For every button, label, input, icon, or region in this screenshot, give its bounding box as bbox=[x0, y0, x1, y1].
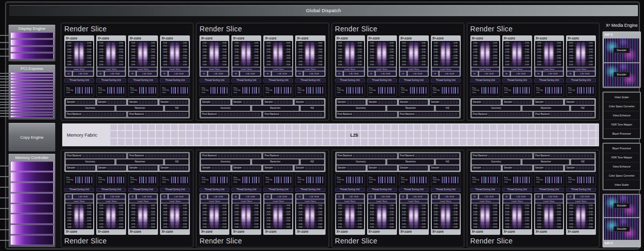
pixel-backend-unit: Pixel Backend bbox=[337, 112, 397, 117]
xmx-cell bbox=[215, 51, 218, 54]
xve-group: XVEXVEXVEXVE bbox=[433, 211, 459, 216]
xmx-cell bbox=[310, 223, 314, 226]
xve-label: XVE bbox=[98, 55, 107, 57]
xve-label: XVE bbox=[536, 42, 545, 45]
sampler-label: Sampler bbox=[160, 167, 169, 170]
xve-row: XVEXVE bbox=[369, 220, 395, 222]
xve-row: XVEXVE bbox=[337, 63, 363, 66]
xve-label: XVE bbox=[162, 51, 171, 54]
render-slice: Render SliceXᵉ-coreXVEXVEXVEXVEXVEXVEXVE… bbox=[196, 23, 329, 120]
xve-row: XVEXVE bbox=[265, 207, 291, 210]
instruction-cache: IS bbox=[471, 71, 478, 76]
xve-label: XVE bbox=[265, 211, 274, 213]
xmx-cell bbox=[247, 204, 250, 207]
xve-label: XVE bbox=[202, 57, 210, 60]
xve-label: XVE bbox=[115, 207, 124, 210]
xve-row: XVEXVE bbox=[265, 217, 291, 220]
xmx-cell bbox=[243, 57, 246, 60]
load-store-unit: Load / Store bbox=[567, 67, 595, 71]
xmx-cell bbox=[306, 51, 310, 54]
xve-group: XVEXVEXVEXVE bbox=[162, 48, 188, 53]
load-store-unit: Load / Store bbox=[264, 199, 292, 203]
thread-sorting-unit: Thread Sorting Unit bbox=[502, 78, 532, 82]
xve-row: XVEXVE bbox=[536, 207, 562, 210]
xve-label: XVE bbox=[297, 211, 306, 213]
xve-group: XVEXVEXVEXVE bbox=[369, 55, 395, 60]
sampler-cells bbox=[347, 166, 365, 170]
xve-label: XVE bbox=[147, 57, 156, 60]
xmx-cell bbox=[486, 214, 489, 216]
xmx-cell bbox=[350, 42, 354, 45]
xve-row: XVEXVE bbox=[297, 226, 323, 228]
xmx-cell bbox=[274, 211, 278, 213]
xve-label: XVE bbox=[585, 45, 594, 48]
xmx-cell bbox=[306, 61, 310, 63]
xmx-cell bbox=[171, 226, 175, 228]
ray-tracing-glyph bbox=[107, 177, 115, 183]
xmx-cell bbox=[382, 61, 386, 63]
xmx-cell bbox=[139, 217, 143, 220]
xe-core: Xᵉ-coreXVEXVEXVEXVEXVEXVEXVEXVEXVEXVEXVE… bbox=[96, 35, 126, 77]
xmx-cell bbox=[410, 217, 414, 220]
xve-label: XVE bbox=[179, 51, 188, 54]
xve-row: XVEXVE bbox=[568, 57, 594, 60]
xve-label: XVE bbox=[130, 61, 139, 63]
xmx-cell bbox=[581, 214, 585, 216]
xmx-cell bbox=[581, 226, 585, 228]
ray-tracing-unit-label: Ray Tracing Unit bbox=[162, 177, 169, 184]
sampler-cells bbox=[409, 101, 427, 104]
xve-group: XVEXVEXVEXVE bbox=[337, 223, 363, 228]
xve-row: XVEXVE bbox=[472, 51, 498, 54]
ray-tracing-unit-label: Ray Tracing Unit bbox=[202, 177, 209, 184]
xve-row: XVEXVE bbox=[202, 51, 227, 54]
xe-core-title: Xᵉ-core bbox=[368, 36, 396, 40]
thread-sorting-unit: Thread Sorting Unit bbox=[534, 188, 564, 192]
xmx-cell bbox=[481, 57, 485, 60]
encoder-block: Encoder bbox=[604, 63, 639, 87]
xmx-cell bbox=[79, 57, 83, 60]
xve-label: XVE bbox=[386, 61, 395, 63]
xve-row: XVEXVE bbox=[472, 211, 498, 213]
pixel-backend-unit: Pixel Backend bbox=[534, 112, 594, 117]
xve-label: XVE bbox=[202, 48, 210, 51]
xve-label: XVE bbox=[130, 51, 139, 54]
cache-row: ISL1$ / SLM bbox=[161, 71, 189, 76]
sampler-unit: Sampler bbox=[295, 100, 324, 105]
xve-label: XVE bbox=[490, 226, 498, 228]
xve-group: XVEXVEXVEXVE bbox=[162, 61, 188, 66]
xve-row: XVEXVE bbox=[472, 223, 498, 226]
xve-row: XVEXVE bbox=[369, 48, 395, 51]
xve-label: XVE bbox=[386, 63, 395, 66]
xve-row: XVEXVE bbox=[297, 51, 323, 54]
xve-row: XVEXVE bbox=[568, 211, 594, 213]
xmx-cell bbox=[549, 211, 553, 213]
xve-row: XVEXVE bbox=[202, 207, 227, 210]
pixel-backend-unit: Pixel Backend bbox=[66, 112, 126, 117]
xve-row: XVEXVE bbox=[472, 217, 498, 220]
xve-label: XVE bbox=[115, 204, 124, 207]
xve-label: XVE bbox=[337, 48, 346, 51]
ray-tracing-unit: Ray Tracing Unit bbox=[96, 84, 126, 97]
ray-tracing-glyph bbox=[586, 87, 594, 94]
xve-label: XVE bbox=[504, 226, 513, 228]
xmx-cell bbox=[243, 42, 246, 45]
cache-row: ISL1$ / SLM bbox=[97, 71, 125, 76]
xve-array: XVEXVEXVEXVEXVEXVEXVEXVEXVEXVEXVEXVEXVEX… bbox=[97, 203, 125, 229]
xve-label: XVE bbox=[115, 51, 124, 54]
xve-label: XVE bbox=[521, 220, 530, 222]
xve-label: XVE bbox=[265, 48, 274, 51]
decoder-label: Decoder bbox=[614, 48, 630, 53]
xve-array: XVEXVEXVEXVEXVEXVEXVEXVEXVEXVEXVEXVEXVEX… bbox=[232, 41, 260, 67]
xve-row: XVEXVE bbox=[202, 57, 227, 60]
xve-label: XVE bbox=[568, 214, 577, 216]
xve-row: XVEXVE bbox=[66, 55, 92, 57]
xve-label: XVE bbox=[521, 61, 530, 63]
ray-tracing-unit: Ray Tracing Unit bbox=[231, 174, 261, 186]
xve-label: XVE bbox=[130, 220, 139, 222]
ray-tracing-glyph bbox=[139, 177, 147, 183]
xve-row: XVEXVE bbox=[98, 63, 124, 66]
xve-row: XVEXVE bbox=[297, 217, 323, 220]
xmx-cell bbox=[486, 211, 489, 213]
xve-row: XVEXVE bbox=[162, 57, 188, 60]
xe-core-row: Xᵉ-coreXVEXVEXVEXVEXVEXVEXVEXVEXVEXVEXVE… bbox=[470, 35, 596, 77]
